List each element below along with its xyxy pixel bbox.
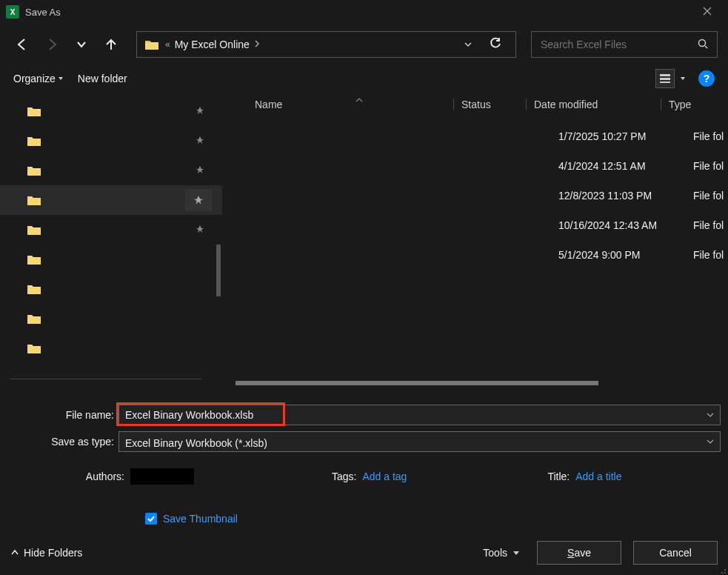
tags-label: Tags: [332, 471, 356, 482]
file-row[interactable]: 12/8/2023 11:03 PM File fol [222, 181, 728, 210]
filename-label: File name: [7, 409, 118, 421]
sidebar-item[interactable] [0, 96, 222, 126]
sidebar-item[interactable] [0, 126, 222, 156]
row-date: 10/16/2024 12:43 AM [558, 219, 693, 231]
sidebar-item[interactable] [0, 245, 222, 274]
new-folder-button[interactable]: New folder [78, 73, 127, 84]
row-type: File fol [693, 160, 728, 172]
sort-indicator-icon [355, 96, 363, 104]
file-row[interactable]: 4/1/2024 12:51 AM File fol [222, 151, 728, 181]
savetype-dropdown[interactable]: Excel Binary Workbook (*.xlsb) [118, 431, 721, 452]
sidebar-item[interactable] [0, 215, 222, 245]
sidebar-item-selected[interactable] [0, 185, 222, 215]
pin-icon[interactable] [196, 165, 204, 176]
refresh-button[interactable] [483, 37, 508, 53]
column-name[interactable]: Name [222, 99, 453, 110]
svg-point-6 [724, 569, 726, 571]
toolbar: Organize New folder ? [0, 65, 728, 92]
save-button[interactable]: Save [537, 541, 621, 565]
save-thumbnail-label[interactable]: Save Thumbnail [163, 513, 238, 525]
title-label: Title: [547, 471, 570, 482]
column-date[interactable]: Date modified [526, 99, 661, 110]
row-type: File fol [693, 130, 728, 142]
horizontal-scrollbar[interactable] [236, 378, 728, 388]
divider [10, 379, 201, 379]
filename-input[interactable] [119, 409, 720, 421]
folder-icon [27, 283, 41, 295]
save-label: ave [574, 547, 591, 559]
svg-rect-2 [660, 78, 670, 80]
forward-button[interactable] [40, 33, 64, 56]
view-mode-button[interactable] [655, 69, 675, 88]
row-date: 1/7/2025 10:27 PM [558, 130, 693, 142]
folder-icon [27, 313, 41, 325]
excel-app-icon: X [6, 5, 19, 19]
recent-dropdown[interactable] [70, 33, 93, 56]
caret-down-icon [513, 551, 519, 555]
up-button[interactable] [99, 33, 123, 56]
row-type: File fol [693, 190, 728, 202]
folder-icon [27, 224, 41, 236]
chevron-right-icon[interactable] [254, 39, 260, 50]
column-status[interactable]: Status [453, 99, 526, 110]
folder-icon [27, 164, 41, 176]
sidebar-item[interactable] [0, 156, 222, 185]
close-button[interactable] [692, 6, 722, 18]
pin-icon[interactable] [196, 106, 204, 117]
folder-icon [27, 135, 41, 147]
file-row[interactable]: 5/1/2024 9:00 PM File fol [222, 240, 728, 270]
sidebar-item[interactable] [0, 333, 222, 363]
save-thumbnail-checkbox[interactable] [145, 513, 157, 525]
title-link[interactable]: Add a title [575, 471, 621, 482]
sidebar-item[interactable] [0, 304, 222, 333]
column-type[interactable]: Type [661, 99, 728, 110]
sidebar-item[interactable] [0, 274, 222, 304]
dropdown-caret-icon[interactable] [707, 437, 714, 446]
row-type: File fol [693, 219, 728, 231]
nav-bar: « My Excel Online [0, 24, 728, 65]
cancel-button[interactable]: Cancel [633, 541, 718, 565]
organize-button[interactable]: Organize [13, 73, 63, 84]
breadcrumb-prefix-icon: « [165, 39, 170, 50]
savetype-value: Excel Binary Workbook (*.xlsb) [119, 434, 720, 449]
svg-point-0 [699, 39, 706, 46]
pin-icon[interactable] [196, 225, 204, 236]
pin-icon[interactable] [185, 189, 212, 211]
file-row[interactable]: 1/7/2025 10:27 PM File fol [222, 122, 728, 151]
hide-folders-button[interactable]: Hide Folders [10, 547, 82, 559]
view-dropdown[interactable] [681, 77, 685, 80]
svg-rect-3 [660, 82, 670, 83]
breadcrumb[interactable]: « My Excel Online [165, 39, 453, 50]
file-row[interactable]: 10/16/2024 12:43 AM File fol [222, 210, 728, 240]
caret-down-icon [59, 77, 63, 80]
folder-icon [27, 194, 41, 206]
footer: Hide Folders Tools Save Cancel [0, 531, 728, 575]
svg-point-5 [721, 572, 723, 574]
body-split: Name Status Date modified Type 1/7/2025 … [0, 92, 728, 388]
save-form: File name: Save as type: Excel Binary Wo… [0, 388, 728, 525]
pin-icon[interactable] [196, 136, 204, 147]
list-header: Name Status Date modified Type [222, 92, 728, 117]
folder-icon [27, 342, 41, 354]
back-button[interactable] [10, 33, 34, 56]
authors-value[interactable] [130, 468, 194, 485]
titlebar: X Save As [0, 0, 728, 24]
search-box[interactable] [531, 31, 718, 58]
svg-rect-1 [660, 74, 670, 76]
folder-icon [27, 253, 41, 265]
row-type: File fol [693, 249, 728, 261]
tools-dropdown[interactable]: Tools [483, 547, 519, 559]
sidebar-scrollbar[interactable] [216, 245, 221, 296]
search-icon[interactable] [698, 39, 708, 51]
row-date: 12/8/2023 11:03 PM [558, 190, 693, 202]
sidebar [0, 92, 222, 388]
filename-field-wrap[interactable] [118, 405, 721, 425]
dropdown-caret-icon[interactable] [707, 411, 714, 419]
tags-link[interactable]: Add a tag [362, 471, 407, 482]
breadcrumb-current[interactable]: My Excel Online [175, 39, 250, 50]
address-dropdown[interactable] [459, 39, 477, 50]
search-input[interactable] [541, 39, 698, 50]
address-bar[interactable]: « My Excel Online [136, 31, 516, 58]
help-button[interactable]: ? [698, 70, 715, 87]
resize-grip[interactable] [718, 565, 727, 574]
